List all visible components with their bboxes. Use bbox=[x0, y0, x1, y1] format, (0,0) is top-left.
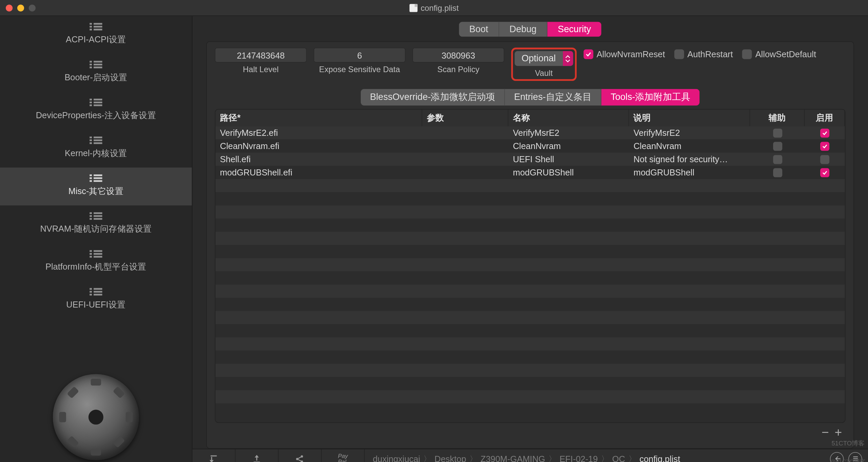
scan-policy-label: Scan Policy bbox=[437, 65, 479, 74]
breadcrumb-item[interactable]: duxingxiucai bbox=[373, 454, 420, 462]
col-enable[interactable]: 启用 bbox=[805, 110, 845, 126]
sidebar-item-label: Kernel-内核设置 bbox=[65, 148, 127, 159]
breadcrumb-item[interactable]: EFI-02-19 bbox=[559, 454, 598, 462]
watermark-tag: @51CTO博客 bbox=[830, 458, 865, 462]
tab-security[interactable]: Security bbox=[548, 22, 601, 37]
window-close-button[interactable] bbox=[6, 4, 13, 11]
window-minimize-button[interactable] bbox=[17, 4, 24, 11]
list-icon bbox=[90, 61, 102, 69]
expose-sensitive-data-input[interactable] bbox=[314, 48, 406, 63]
halt-level-label: Halt Level bbox=[243, 65, 278, 74]
table-row-empty bbox=[215, 205, 845, 218]
security-tabs: BootDebugSecurity bbox=[459, 22, 601, 37]
sidebar-item-1[interactable]: Booter-启动设置 bbox=[0, 54, 192, 92]
table-row-empty bbox=[215, 245, 845, 258]
col-name[interactable]: 名称 bbox=[508, 110, 629, 126]
chevron-right-icon: 〉 bbox=[629, 454, 636, 462]
vault-highlight: Optional Vault bbox=[511, 48, 576, 81]
col-args[interactable]: 参数 bbox=[422, 110, 508, 126]
table-row-empty bbox=[215, 311, 845, 324]
scan-policy-input[interactable] bbox=[412, 48, 504, 63]
col-aux[interactable]: 辅助 bbox=[750, 110, 805, 126]
window-maximize-button[interactable] bbox=[29, 4, 36, 11]
list-icon bbox=[90, 212, 102, 220]
breadcrumb: duxingxiucai〉Desktop〉Z390M-GAMING〉EFI-02… bbox=[365, 449, 824, 462]
titlebar: config.plist bbox=[0, 0, 868, 16]
subtab-1[interactable]: Entries-自定义条目 bbox=[505, 89, 601, 106]
allow-set-default-checkbox[interactable]: AllowSetDefault bbox=[742, 49, 816, 59]
list-icon bbox=[90, 288, 102, 296]
aux-checkbox bbox=[750, 155, 805, 164]
enable-checkbox bbox=[805, 155, 845, 164]
table-row-empty bbox=[215, 351, 845, 364]
table-row[interactable]: modGRUBShell.efimodGRUBShellmodGRUBShell bbox=[215, 166, 845, 179]
main-panel: BootDebugSecurity Halt Level Expose Sens… bbox=[192, 16, 868, 462]
sidebar-item-4[interactable]: Misc-其它设置 bbox=[0, 168, 192, 206]
table-row-empty bbox=[215, 258, 845, 271]
auth-restart-checkbox[interactable]: AuthRestart bbox=[674, 49, 733, 59]
sidebar-item-7[interactable]: UEFI-UEFI设置 bbox=[0, 281, 192, 319]
sidebar-item-label: Booter-启动设置 bbox=[64, 72, 127, 83]
add-row-button[interactable]: + bbox=[835, 425, 842, 440]
table-row-empty bbox=[215, 179, 845, 192]
table-row-empty bbox=[215, 271, 845, 285]
breadcrumb-item[interactable]: config.plist bbox=[639, 454, 680, 462]
export-icon[interactable] bbox=[236, 449, 279, 462]
table-row-empty bbox=[215, 285, 845, 298]
table-row-empty bbox=[215, 192, 845, 205]
enable-checkbox bbox=[805, 128, 845, 138]
sidebar-item-label: ACPI-ACPI设置 bbox=[66, 35, 126, 45]
watermark: 51CTO博客 bbox=[831, 439, 864, 447]
table-row-empty bbox=[215, 298, 845, 311]
enable-checkbox bbox=[805, 168, 845, 177]
sidebar: ACPI-ACPI设置Booter-启动设置DeviceProperties-注… bbox=[0, 16, 192, 462]
sidebar-item-6[interactable]: PlatformInfo-机型平台设置 bbox=[0, 243, 192, 281]
sidebar-item-label: PlatformInfo-机型平台设置 bbox=[45, 261, 146, 272]
sidebar-item-2[interactable]: DeviceProperties-注入设备设置 bbox=[0, 92, 192, 130]
file-icon bbox=[409, 4, 417, 12]
chevron-right-icon: 〉 bbox=[423, 454, 431, 462]
subtab-0[interactable]: BlessOverride-添加微软启动项 bbox=[361, 89, 505, 106]
table-row[interactable]: VerifyMsrE2.efiVerifyMsrE2VerifyMsrE2 bbox=[215, 126, 845, 140]
table-row-empty bbox=[215, 324, 845, 337]
aux-checkbox bbox=[750, 168, 805, 177]
table-row-empty bbox=[215, 337, 845, 351]
subtabs: BlessOverride-添加微软启动项Entries-自定义条目Tools-… bbox=[361, 89, 699, 106]
tab-debug[interactable]: Debug bbox=[499, 22, 548, 37]
col-path[interactable]: 路径* bbox=[215, 110, 422, 126]
breadcrumb-item[interactable]: Z390M-GAMING bbox=[480, 454, 545, 462]
chevron-updown-icon bbox=[563, 51, 573, 66]
allow-nvram-reset-checkbox[interactable]: AllowNvramReset bbox=[583, 49, 665, 59]
vault-select[interactable]: Optional bbox=[515, 51, 573, 66]
list-icon bbox=[90, 136, 102, 145]
enable-checkbox bbox=[805, 142, 845, 151]
col-desc[interactable]: 说明 bbox=[629, 110, 750, 126]
breadcrumb-item[interactable]: Desktop bbox=[435, 454, 466, 462]
bottom-toolbar: Pay Pal duxingxiucai〉Desktop〉Z390M-GAMIN… bbox=[192, 449, 868, 462]
sidebar-item-5[interactable]: NVRAM-随机访问存储器设置 bbox=[0, 205, 192, 243]
share-icon[interactable] bbox=[279, 449, 322, 462]
list-icon bbox=[90, 174, 102, 183]
import-icon[interactable] bbox=[192, 449, 235, 462]
list-icon bbox=[90, 250, 102, 258]
tools-table: 路径* 参数 名称 说明 辅助 启用 VerifyMsrE2.efiVerify… bbox=[215, 109, 846, 423]
sidebar-item-0[interactable]: ACPI-ACPI设置 bbox=[0, 16, 192, 54]
tab-boot[interactable]: Boot bbox=[459, 22, 499, 37]
subtab-2[interactable]: Tools-添加附加工具 bbox=[601, 89, 699, 106]
table-row[interactable]: CleanNvram.efiCleanNvramCleanNvram bbox=[215, 140, 845, 153]
dial-control[interactable] bbox=[53, 374, 139, 460]
halt-level-input[interactable] bbox=[215, 48, 307, 63]
sidebar-item-label: UEFI-UEFI设置 bbox=[66, 299, 125, 310]
expose-sensitive-data-label: Expose Sensitive Data bbox=[319, 65, 400, 74]
vault-label: Vault bbox=[535, 68, 553, 78]
breadcrumb-item[interactable]: OC bbox=[612, 454, 625, 462]
sidebar-item-3[interactable]: Kernel-内核设置 bbox=[0, 130, 192, 168]
sidebar-item-label: NVRAM-随机访问存储器设置 bbox=[40, 224, 152, 235]
table-row-empty bbox=[215, 377, 845, 390]
aux-checkbox bbox=[750, 142, 805, 151]
table-row-empty bbox=[215, 390, 845, 403]
paypal-icon[interactable]: Pay Pal bbox=[322, 449, 365, 462]
table-row[interactable]: Shell.efiUEFI ShellNot signed for securi… bbox=[215, 153, 845, 166]
remove-row-button[interactable]: − bbox=[822, 425, 829, 440]
aux-checkbox bbox=[750, 128, 805, 138]
